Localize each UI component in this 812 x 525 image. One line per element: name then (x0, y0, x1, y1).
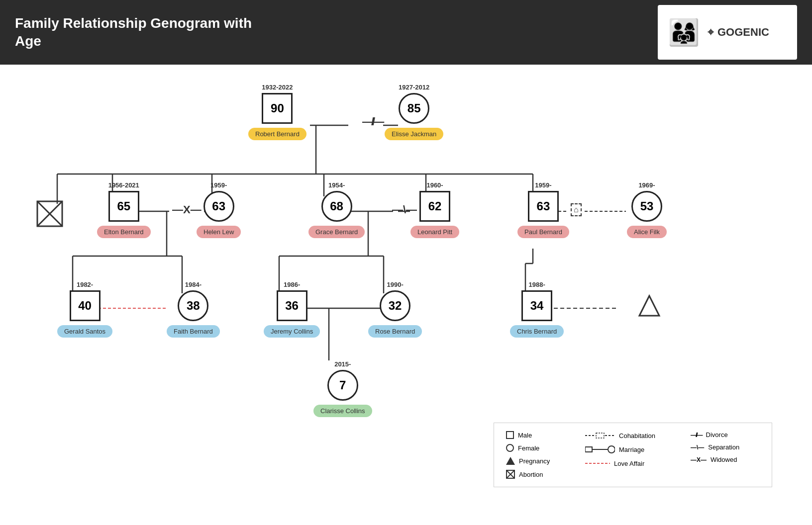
grace-shape: 68 (321, 191, 352, 222)
jeremy-shape: 36 (277, 290, 307, 321)
legend-pregnancy-icon (506, 457, 515, 465)
legend-female-icon (506, 444, 514, 452)
logo-name: GOGENIC (717, 26, 769, 39)
person-rose: 1990- 32 Rose Bernard (368, 281, 422, 338)
elisse-shape: 85 (399, 93, 429, 124)
legend-cohabitation-label: Cohabitation (619, 432, 655, 439)
clarisse-years: 2015- (334, 360, 351, 368)
grace-age: 68 (330, 199, 343, 213)
clarisse-age: 7 (339, 378, 346, 392)
elisse-years: 1927-2012 (399, 84, 429, 91)
legend-female: Female (506, 444, 570, 452)
robert-badge: Robert Bernard (248, 128, 306, 140)
abortion-symbol-gen2 (35, 199, 65, 233)
faith-badge: Faith Bernard (167, 325, 220, 338)
alice-shape: 53 (631, 191, 662, 222)
helen-shape: 63 (203, 191, 234, 222)
cohabitation-symbol: ⌂ (571, 203, 582, 216)
person-leonard: 1960- 62 Leonard Pitt (410, 181, 459, 238)
legend-divorce: —//— Divorce (691, 431, 760, 438)
helen-badge: Helen Lew (197, 226, 241, 238)
legend-pregnancy-label: Pregnancy (519, 457, 550, 465)
chris-age: 34 (530, 299, 544, 313)
genogram: —//— —X— —\— ⌂ 1932-2022 90 Robert Berna… (20, 75, 792, 502)
clarisse-badge: Clarisse Collins (313, 405, 372, 417)
legend-widowed: —X— Widowed (691, 456, 760, 463)
jeremy-badge: Jeremy Collins (264, 325, 320, 338)
person-clarisse: 2015- 7 Clarisse Collins (313, 360, 372, 417)
chris-shape: 34 (521, 290, 552, 321)
legend-divorce-icon: —//— (691, 432, 702, 438)
clarisse-shape: 7 (327, 370, 358, 401)
svg-point-46 (608, 446, 615, 453)
paul-years: 1959- (535, 181, 551, 189)
faith-years: 1984- (185, 281, 202, 288)
person-elisse: 1927-2012 85 Elisse Jackman (385, 84, 443, 140)
leonard-shape: 62 (419, 191, 450, 222)
elton-age: 65 (117, 199, 130, 213)
person-gerald: 1982- 40 Gerald Santos (57, 281, 112, 338)
legend-pregnancy: Pregnancy (506, 457, 570, 465)
person-helen: 1959- 63 Helen Lew (197, 181, 241, 238)
paul-badge: Paul Bernard (517, 226, 569, 238)
person-chris: 1988- 34 Chris Bernard (510, 281, 564, 338)
legend-separation-label: Separation (708, 443, 739, 451)
person-jeremy: 1986- 36 Jeremy Collins (264, 281, 320, 338)
person-grace: 1954- 68 Grace Bernard (308, 181, 365, 238)
leonard-badge: Leonard Pitt (410, 226, 459, 238)
legend-separation-icon: —\— (691, 444, 704, 451)
robert-age: 90 (271, 101, 284, 115)
legend-loveaffair-icon (585, 459, 610, 468)
rose-shape: 32 (380, 290, 410, 321)
paul-age: 63 (537, 199, 550, 213)
gerald-age: 40 (78, 299, 92, 313)
person-robert: 1932-2022 90 Robert Bernard (248, 84, 306, 140)
svg-rect-44 (585, 447, 592, 452)
logo-symbol: ⌖ (708, 26, 713, 39)
gerald-shape: 40 (70, 290, 101, 321)
legend-male: Male (506, 431, 570, 439)
elton-years: 1956-2021 (108, 181, 139, 189)
legend-separation: —\— Separation (691, 443, 760, 451)
family-illustration: 👨‍👩‍👧 (668, 19, 700, 45)
legend-abortion: Abortion (506, 470, 570, 479)
faith-shape: 38 (178, 290, 208, 321)
jeremy-age: 36 (285, 299, 299, 313)
header: Family Relationship Genogram with Age 👨‍… (0, 0, 812, 65)
legend-cohabitation-icon (585, 431, 615, 440)
person-alice: 1969- 53 Alice Filk (627, 181, 667, 238)
leonard-years: 1960- (426, 181, 443, 189)
robert-shape: 90 (262, 93, 293, 124)
faith-age: 38 (187, 299, 200, 313)
jeremy-years: 1986- (284, 281, 300, 288)
legend-marriage-label: Marriage (619, 446, 644, 453)
grace-years: 1954- (328, 181, 345, 189)
person-elton: 1956-2021 65 Elton Bernard (97, 181, 151, 238)
legend-female-label: Female (518, 444, 539, 452)
alice-years: 1969- (638, 181, 655, 189)
legend-abortion-label: Abortion (519, 471, 543, 478)
svg-marker-37 (639, 296, 659, 316)
elton-badge: Elton Bernard (97, 226, 151, 238)
legend-cohabitation: Cohabitation (585, 431, 676, 440)
rose-age: 32 (389, 299, 402, 313)
legend-male-label: Male (518, 432, 532, 439)
logo-text: ⌖ GOGENIC (708, 26, 769, 39)
person-paul: 1959- 63 Paul Bernard (517, 181, 569, 238)
helen-age: 63 (212, 199, 225, 213)
grace-badge: Grace Bernard (308, 226, 365, 238)
elton-shape: 65 (108, 191, 139, 222)
legend: Male Female Pregnancy Abortion (494, 423, 772, 487)
alice-age: 53 (640, 199, 654, 213)
divorce-symbol: —//— (362, 115, 382, 128)
legend-loveaffair-label: Love Affair (614, 460, 644, 467)
leonard-age: 62 (428, 199, 442, 213)
gerald-years: 1982- (77, 281, 93, 288)
robert-years: 1932-2022 (262, 84, 293, 91)
legend-abortion-icon (506, 470, 515, 479)
rose-years: 1990- (387, 281, 403, 288)
legend-widowed-label: Widowed (710, 456, 737, 463)
legend-loveaffair: Love Affair (585, 459, 676, 468)
page-title: Family Relationship Genogram with Age (15, 14, 264, 51)
person-faith: 1984- 38 Faith Bernard (167, 281, 220, 338)
